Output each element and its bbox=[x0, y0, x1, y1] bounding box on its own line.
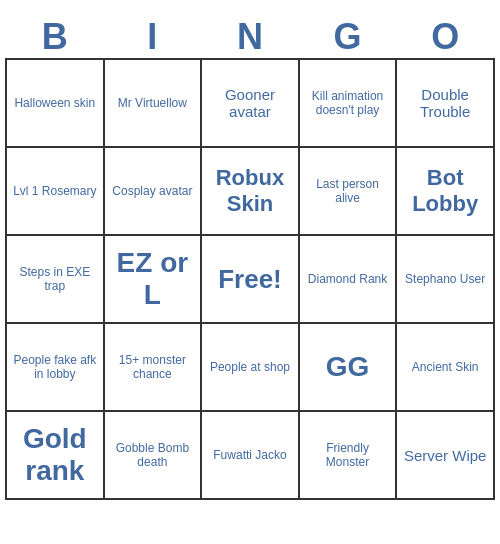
grid-cell-2-4: Stephano User bbox=[396, 235, 494, 323]
grid-row-3: People fake afk in lobby15+ monster chan… bbox=[6, 323, 494, 411]
grid-cell-0-1: Mr Virtuellow bbox=[104, 59, 201, 147]
bingo-letter-b: B bbox=[6, 16, 104, 59]
grid-cell-0-2: Gooner avatar bbox=[201, 59, 299, 147]
grid-row-4: Gold rankGobble Bomb deathFuwatti JackoF… bbox=[6, 411, 494, 499]
grid-row-2: Steps in EXE trapEZ or LFree!Diamond Ran… bbox=[6, 235, 494, 323]
grid-cell-0-0: Halloween skin bbox=[6, 59, 104, 147]
grid-cell-1-4: Bot Lobby bbox=[396, 147, 494, 235]
grid-cell-3-4: Ancient Skin bbox=[396, 323, 494, 411]
grid-cell-4-0: Gold rank bbox=[6, 411, 104, 499]
bingo-letter-g: G bbox=[299, 16, 396, 59]
grid-cell-1-0: Lvl 1 Rosemary bbox=[6, 147, 104, 235]
grid-cell-1-3: Last person alive bbox=[299, 147, 396, 235]
grid-cell-3-3: GG bbox=[299, 323, 396, 411]
grid-cell-0-3: Kill animation doesn't play bbox=[299, 59, 396, 147]
grid-cell-3-2: People at shop bbox=[201, 323, 299, 411]
bingo-grid: BINGO Halloween skinMr VirtuellowGooner … bbox=[5, 16, 495, 500]
grid-cell-1-2: Robux Skin bbox=[201, 147, 299, 235]
grid-cell-3-1: 15+ monster chance bbox=[104, 323, 201, 411]
grid-cell-4-4: Server Wipe bbox=[396, 411, 494, 499]
grid-row-1: Lvl 1 RosemaryCosplay avatarRobux SkinLa… bbox=[6, 147, 494, 235]
bingo-letter-o: O bbox=[396, 16, 494, 59]
grid-cell-4-2: Fuwatti Jacko bbox=[201, 411, 299, 499]
grid-cell-4-1: Gobble Bomb death bbox=[104, 411, 201, 499]
bingo-letter-n: N bbox=[201, 16, 299, 59]
grid-cell-2-1: EZ or L bbox=[104, 235, 201, 323]
grid-cell-2-3: Diamond Rank bbox=[299, 235, 396, 323]
grid-cell-1-1: Cosplay avatar bbox=[104, 147, 201, 235]
grid-cell-3-0: People fake afk in lobby bbox=[6, 323, 104, 411]
bingo-header bbox=[5, 0, 495, 16]
grid-cell-2-2: Free! bbox=[201, 235, 299, 323]
bingo-letter-i: I bbox=[104, 16, 201, 59]
grid-row-0: Halloween skinMr VirtuellowGooner avatar… bbox=[6, 59, 494, 147]
grid-cell-0-4: Double Trouble bbox=[396, 59, 494, 147]
grid-cell-4-3: Friendly Monster bbox=[299, 411, 396, 499]
grid-cell-2-0: Steps in EXE trap bbox=[6, 235, 104, 323]
